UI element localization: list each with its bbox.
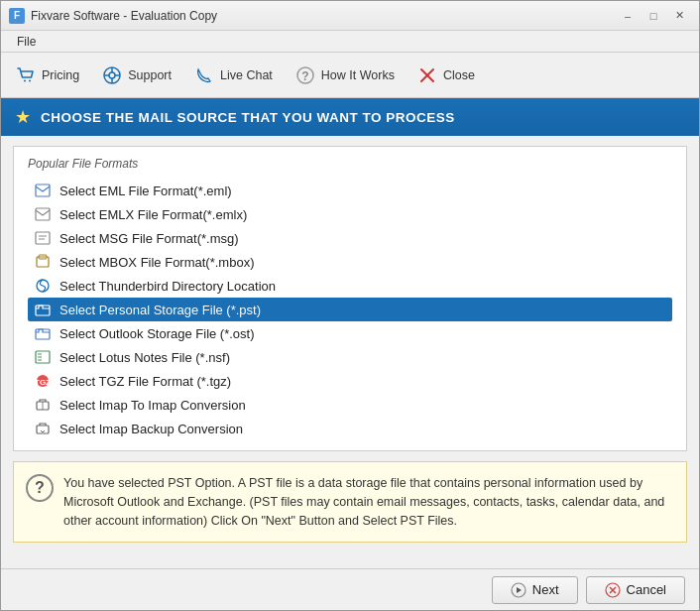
svg-marker-32 xyxy=(517,587,522,593)
app-window: F Fixvare Software - Evaluation Copy – □… xyxy=(0,0,700,611)
thunderbird-icon xyxy=(34,277,52,295)
close-label: Close xyxy=(443,68,475,82)
item-label: Select Imap To Imap Conversion xyxy=(59,398,246,413)
item-label: Select MSG File Format(*.msg) xyxy=(59,231,239,246)
list-item[interactable]: Select Imap Backup Conversion xyxy=(28,417,672,440)
toolbar: Pricing Support Live Chat xyxy=(1,53,699,98)
section-title: Popular File Formats xyxy=(28,157,672,171)
phone-icon xyxy=(193,64,215,86)
list-item[interactable]: Select Outlook Storage File (*.ost) xyxy=(28,321,672,345)
msg-icon xyxy=(34,229,52,247)
banner-icon: ★ xyxy=(15,106,31,128)
item-label: Select Personal Storage File (*.pst) xyxy=(59,303,261,317)
imapbackup-icon xyxy=(34,420,52,437)
title-bar-controls: – □ ✕ xyxy=(616,6,691,26)
next-icon xyxy=(511,582,526,598)
svg-rect-12 xyxy=(36,184,50,196)
support-label: Support xyxy=(128,68,172,82)
item-label: Select EML File Format(*.eml) xyxy=(59,183,232,198)
list-item-pst[interactable]: Select Personal Storage File (*.pst) xyxy=(28,298,672,321)
nsf-icon xyxy=(34,348,52,366)
pricing-label: Pricing xyxy=(42,68,79,82)
next-button[interactable]: Next xyxy=(492,576,578,604)
item-label: Select EMLX File Format(*.emlx) xyxy=(59,207,247,222)
livechat-button[interactable]: Live Chat xyxy=(183,57,283,94)
svg-point-1 xyxy=(29,79,31,81)
footer: Next Cancel xyxy=(1,568,699,610)
x-icon xyxy=(416,64,438,86)
item-label: Select Lotus Notes File (*.nsf) xyxy=(59,350,230,365)
cancel-label: Cancel xyxy=(627,582,666,597)
item-label: Select MBOX File Format(*.mbox) xyxy=(59,255,255,270)
item-label: Select Imap Backup Conversion xyxy=(59,422,243,436)
pst-icon xyxy=(34,301,52,318)
support-button[interactable]: Support xyxy=(91,57,181,94)
cart-icon xyxy=(15,64,37,86)
maximize-button[interactable]: □ xyxy=(642,6,665,26)
list-item[interactable]: Select EML File Format(*.eml) xyxy=(28,179,672,202)
svg-rect-14 xyxy=(36,232,50,244)
app-icon: F xyxy=(9,8,25,24)
livechat-label: Live Chat xyxy=(220,68,273,82)
svg-text:?: ? xyxy=(301,69,308,83)
howitworks-button[interactable]: ? How It Works xyxy=(285,57,405,94)
menu-bar: File xyxy=(1,31,699,53)
cancel-button[interactable]: Cancel xyxy=(586,576,685,604)
howitworks-label: How It Works xyxy=(321,68,395,82)
file-format-list: Select EML File Format(*.eml) Select EML… xyxy=(28,179,672,440)
title-bar: F Fixvare Software - Evaluation Copy – □… xyxy=(1,1,699,31)
pricing-button[interactable]: Pricing xyxy=(5,57,89,94)
question-icon: ? xyxy=(294,64,316,86)
banner-text: CHOOSE THE MAIL SOURCE THAT YOU WANT TO … xyxy=(41,110,455,125)
imap-icon xyxy=(34,396,52,414)
title-bar-title: Fixvare Software - Evaluation Copy xyxy=(31,9,217,23)
support-icon xyxy=(101,64,123,86)
close-button[interactable]: Close xyxy=(407,57,485,94)
info-icon: ? xyxy=(26,474,54,502)
svg-rect-13 xyxy=(36,208,50,220)
close-window-button[interactable]: ✕ xyxy=(667,6,691,26)
tgz-icon: TGZ xyxy=(34,372,52,390)
list-item[interactable]: Select MBOX File Format(*.mbox) xyxy=(28,250,672,274)
cancel-icon xyxy=(605,582,621,598)
info-box: ? You have selected PST Option. A PST fi… xyxy=(13,461,687,543)
item-label: Select TGZ File Format (*.tgz) xyxy=(59,374,231,389)
list-item[interactable]: Select Thunderbird Directory Location xyxy=(28,274,672,298)
svg-text:TGZ: TGZ xyxy=(35,378,51,387)
ost-icon xyxy=(34,324,52,342)
file-format-panel: Popular File Formats Select EML File For… xyxy=(13,146,687,451)
next-label: Next xyxy=(532,582,559,597)
emlx-icon xyxy=(34,205,52,223)
info-text: You have selected PST Option. A PST file… xyxy=(63,476,664,528)
menu-file[interactable]: File xyxy=(9,33,44,51)
list-item[interactable]: TGZ Select TGZ File Format (*.tgz) xyxy=(28,369,672,393)
list-item[interactable]: Select Imap To Imap Conversion xyxy=(28,393,672,417)
title-bar-left: F Fixvare Software - Evaluation Copy xyxy=(9,8,217,24)
eml-icon xyxy=(34,182,52,199)
item-label: Select Outlook Storage File (*.ost) xyxy=(59,326,255,341)
svg-point-3 xyxy=(109,72,115,78)
mbox-icon xyxy=(34,253,52,271)
list-item[interactable]: Select EMLX File Format(*.emlx) xyxy=(28,202,672,226)
list-item[interactable]: Select Lotus Notes File (*.nsf) xyxy=(28,345,672,369)
minimize-button[interactable]: – xyxy=(616,6,640,26)
header-banner: ★ CHOOSE THE MAIL SOURCE THAT YOU WANT T… xyxy=(1,98,699,136)
item-label: Select Thunderbird Directory Location xyxy=(59,279,276,294)
list-item[interactable]: Select MSG File Format(*.msg) xyxy=(28,226,672,250)
svg-point-0 xyxy=(24,79,26,81)
